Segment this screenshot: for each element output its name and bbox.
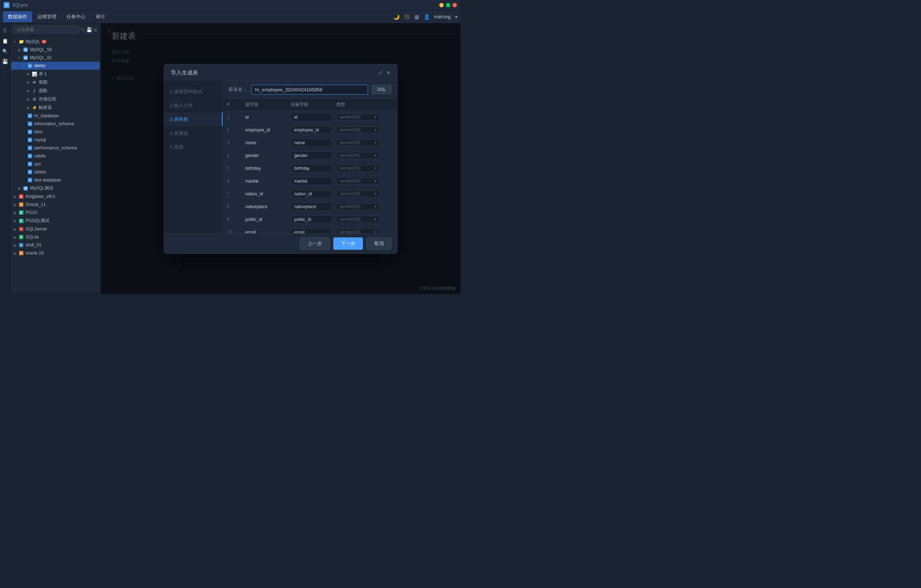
- target-field-input[interactable]: [291, 126, 332, 134]
- layout-icon[interactable]: ▦: [415, 14, 419, 20]
- titlebar-controls[interactable]: [439, 3, 457, 7]
- tree-item-item[interactable]: D item: [11, 128, 100, 136]
- sidebar-search-icon[interactable]: 🔍: [1, 47, 10, 55]
- tree-item-mysql-test[interactable]: ▶ M MySQL测试: [11, 184, 100, 192]
- tree-item-mysql56[interactable]: ▶ M MySQL_56: [11, 45, 100, 54]
- step-5[interactable]: 5.高级: [164, 140, 223, 154]
- tree-item-mysql-db[interactable]: D mysql: [11, 136, 100, 144]
- tree-item-procs[interactable]: ▶ ⚙ 存储过程: [11, 95, 100, 103]
- menu-item-audit[interactable]: 审计: [91, 11, 111, 22]
- tree-item-sqlite[interactable]: ▶ S SQLite: [11, 233, 100, 241]
- type-select[interactable]: varchar(255)▾: [336, 152, 379, 159]
- table-name-row: 新表名： DDL: [223, 80, 397, 99]
- tree-item-info-schema[interactable]: D information_schema: [11, 120, 100, 128]
- target-field-input[interactable]: [291, 203, 332, 211]
- menu-item-task-center[interactable]: 任务中心: [62, 11, 91, 22]
- tree-label: item: [34, 129, 43, 135]
- titlebar: S SQLynx: [0, 0, 460, 10]
- tree-item-dm8[interactable]: ▶ D dm8_01: [11, 241, 100, 249]
- type-select[interactable]: varchar(255)▾: [336, 229, 379, 233]
- tree-label: test-database: [34, 177, 61, 183]
- tree-item-pg10[interactable]: ▶ P PG10: [11, 208, 100, 216]
- minimize-button[interactable]: [439, 3, 444, 7]
- tree-item-demo[interactable]: ▾ D demo: [11, 62, 100, 70]
- row-num: 10: [227, 230, 245, 233]
- tree-item-views[interactable]: ▶ 👁 视图: [11, 78, 100, 86]
- type-select[interactable]: varchar(255)▾: [336, 203, 379, 210]
- tree-item-pgsql-test[interactable]: ▶ P PGSQL测试: [11, 216, 100, 225]
- filter-icon[interactable]: ⊞: [94, 27, 98, 32]
- db-icon: O: [18, 201, 24, 208]
- target-field-input[interactable]: [291, 139, 332, 147]
- tree-item-sakila[interactable]: D sakila: [11, 152, 100, 160]
- tree-item-tables2[interactable]: D tables: [11, 168, 100, 176]
- tree-item-oracle11[interactable]: ▶ O Oracle_11: [11, 200, 100, 208]
- tree-item-kingbase[interactable]: ▶ K Kingbase_v8r3: [11, 192, 100, 200]
- tree-label: PGSQL测试: [26, 218, 49, 224]
- type-select[interactable]: varchar(255)▾: [336, 177, 379, 184]
- tree-item-sqlserver[interactable]: ▶ S SQLServer: [11, 225, 100, 233]
- type-select[interactable]: varchar(255)▾: [336, 165, 379, 172]
- target-field-input[interactable]: [291, 177, 332, 185]
- tree-item-hr-database[interactable]: D hr_database: [11, 112, 100, 120]
- sidebar-db-icon[interactable]: 🗄: [1, 26, 10, 35]
- chevron-down-icon[interactable]: ▾: [455, 14, 457, 20]
- maximize-button[interactable]: [446, 3, 450, 7]
- refresh-icon[interactable]: ↻: [81, 27, 85, 32]
- tree-item-mysql-root[interactable]: ▾ 📁 MySQL 3: [11, 37, 100, 45]
- titlebar-left: S SQLynx: [4, 2, 28, 8]
- target-field-input[interactable]: [291, 151, 332, 159]
- table-name-input[interactable]: [251, 85, 368, 94]
- type-select[interactable]: varchar(255)▾: [336, 139, 379, 146]
- target-field-input[interactable]: [291, 113, 332, 121]
- steps-panel: 1.源类型和格式 2.输入文件 3.表映射 4.表预览 5.高级: [164, 80, 223, 233]
- sidebar-chevron-icon[interactable]: ‹: [1, 67, 10, 76]
- type-select[interactable]: varchar(255)▾: [336, 114, 379, 120]
- type-value: varchar(255): [340, 141, 360, 145]
- tree-item-test-db[interactable]: D test-database: [11, 176, 100, 184]
- db-icon: P: [18, 218, 24, 224]
- step-4[interactable]: 4.表预览: [164, 127, 223, 140]
- target-field-input[interactable]: [291, 190, 332, 198]
- step-3[interactable]: 3.表映射: [164, 112, 223, 127]
- step-2[interactable]: 2.输入文件: [164, 99, 223, 112]
- tree-item-triggers[interactable]: ▶ ⚡ 触发器: [11, 103, 100, 112]
- menu-item-ops-mgmt[interactable]: 运维管理: [32, 11, 62, 22]
- tree-label: 触发器: [39, 104, 52, 110]
- theme-icon[interactable]: 🌙: [393, 14, 399, 20]
- prev-button[interactable]: 上一步: [300, 237, 330, 250]
- target-field-input[interactable]: [291, 228, 332, 233]
- tree-item-oracle19[interactable]: ▶ O oracle 19: [11, 249, 100, 257]
- toggle-icon[interactable]: ⚫: [404, 14, 410, 20]
- tree-item-perf-schema[interactable]: D performance_schema: [11, 144, 100, 152]
- mapping-row-9: 9 politic_id varchar(255)▾: [223, 213, 397, 226]
- type-value: varchar(255): [340, 179, 360, 183]
- target-field-input[interactable]: [291, 216, 332, 224]
- tree-label: 表 1: [39, 71, 47, 77]
- close-icon[interactable]: ✕: [386, 70, 391, 76]
- db-icon: D: [27, 161, 33, 167]
- search-input[interactable]: [13, 26, 79, 34]
- menu-item-data-ops[interactable]: 数据操作: [3, 11, 32, 22]
- sidebar-history-icon[interactable]: 📋: [1, 37, 10, 45]
- expand-icon[interactable]: ⤢: [378, 70, 382, 76]
- tree-item-sys[interactable]: D sys: [11, 160, 100, 168]
- chevron-down-icon: ▾: [374, 141, 376, 145]
- type-select[interactable]: varchar(255)▾: [336, 216, 379, 223]
- cancel-button[interactable]: 取消: [366, 237, 391, 250]
- close-button[interactable]: [452, 3, 457, 7]
- tree-label: MySQL: [26, 39, 40, 44]
- type-select[interactable]: varchar(255)▾: [336, 190, 379, 197]
- next-button[interactable]: 下一步: [333, 237, 363, 250]
- tree-item-functions[interactable]: ▶ ƒ 函数: [11, 86, 100, 95]
- ddl-button[interactable]: DDL: [372, 85, 391, 94]
- type-select[interactable]: varchar(255)▾: [336, 127, 379, 133]
- tree-item-mysql81[interactable]: ▾ M MySQL_81: [11, 54, 100, 62]
- user-icon[interactable]: 👤: [423, 14, 430, 20]
- expand-arrow: ▶: [14, 211, 18, 215]
- step-1[interactable]: 1.源类型和格式: [164, 85, 223, 99]
- sidebar-save-icon[interactable]: 💾: [1, 57, 10, 66]
- tree-item-tables[interactable]: ▶ 📊 表 1: [11, 70, 100, 78]
- save-icon[interactable]: 💾: [86, 27, 92, 32]
- target-field-input[interactable]: [291, 164, 332, 172]
